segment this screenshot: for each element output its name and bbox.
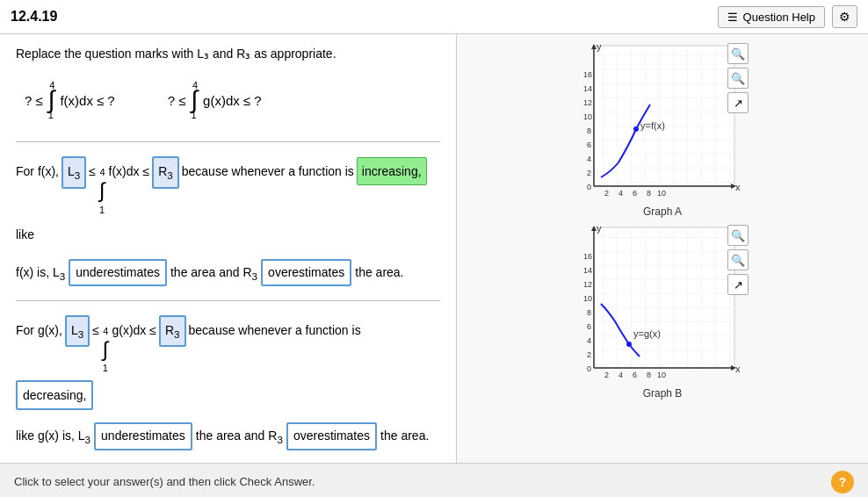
gx-integrand: g(x)dx [203,93,240,108]
gx-result-suffix: the area. [380,425,429,447]
svg-text:6: 6 [587,322,591,331]
fx-lower-bound: 1 [48,110,54,120]
svg-text:0: 0 [587,364,591,373]
svg-text:4: 4 [587,155,591,163]
svg-text:10: 10 [657,371,666,379]
gx-question-right: ≤ ? [243,93,262,108]
fx-L3-box[interactable]: L3 [61,156,86,188]
graph-b-container: y x 0 2 4 6 8 10 12 14 16 2 4 6 8 10 [575,223,750,400]
svg-rect-25 [594,227,734,368]
svg-text:10: 10 [583,294,592,303]
svg-text:4: 4 [618,371,623,379]
svg-text:14: 14 [583,84,592,93]
divider-2 [16,300,440,301]
svg-text:2: 2 [604,371,609,379]
svg-text:4: 4 [618,189,623,198]
svg-text:8: 8 [587,126,591,135]
fx-result-suffix: the area. [355,262,403,284]
fx-integral-symbol: ∫ [48,90,55,110]
svg-text:6: 6 [633,189,637,198]
svg-text:8: 8 [587,308,591,317]
gx-lower-bound: 1 [191,110,196,120]
svg-text:6: 6 [587,140,591,149]
for-fx-integrand: f(x)dx ≤ [109,159,150,184]
fx-question-left: ? ≤ [25,93,43,108]
svg-rect-1 [594,46,734,186]
gx-overestimates-box[interactable]: overestimates [286,422,377,450]
for-fx-leq1: ≤ [89,159,96,184]
gx-result-prefix: like g(x) is, L3 [16,425,90,449]
svg-text:10: 10 [583,112,592,121]
gx-answer-decreasing[interactable]: decreasing, [16,380,93,410]
graph-b-title: Graph B [643,387,683,400]
top-right-controls: ☰ Question Help ⚙ [718,5,857,28]
svg-point-22 [633,126,639,132]
right-panel: y x 0 2 4 6 8 10 12 14 16 2 4 6 8 10 [457,34,868,463]
graph-a-svg: y x 0 2 4 6 8 10 12 14 16 2 4 6 8 10 [575,41,750,204]
for-gx-line: For g(x), L3 ≤ 4 ∫ 1 g(x)dx ≤ R3 because… [16,315,440,410]
question-help-button[interactable]: ☰ Question Help [718,6,825,28]
svg-text:y=f(x): y=f(x) [640,120,665,131]
graph-b-svg: y x 0 2 4 6 8 10 12 14 16 2 4 6 8 10 [575,223,750,385]
graph-b-zoom-out[interactable]: 🔍 [727,249,749,270]
list-icon: ☰ [727,11,738,24]
fx-integrand: f(x)dx [60,93,93,108]
graph-a-expand[interactable]: ↗ [727,92,749,113]
gx-integral-symbol: ∫ [191,90,198,110]
graph-a-zoom-out[interactable]: 🔍 [727,68,749,89]
left-panel: Replace the question marks with L₃ and R… [0,34,457,463]
gx-result-line: like g(x) is, L3 underestimates the area… [16,422,440,450]
gx-L3-box[interactable]: L3 [65,315,90,347]
svg-text:2: 2 [587,169,591,177]
help-button[interactable]: ? [831,471,854,493]
integrals-row: ? ≤ 4 ∫ 1 f(x)dx ≤ ? ? ≤ 4 ∫ 1 g(x)dx ≤ … [25,80,440,120]
svg-text:10: 10 [657,189,666,198]
divider-1 [16,141,440,142]
graph-b-tools: 🔍 🔍 ↗ [727,225,749,295]
fx-answer-increasing[interactable]: increasing, [357,157,427,185]
svg-text:12: 12 [583,280,592,289]
svg-text:6: 6 [633,371,637,379]
footer-text: Click to select your answer(s) and then … [14,475,315,488]
for-fx-int-symbol: ∫ [99,182,105,199]
gx-question-left: ? ≤ [168,93,186,108]
svg-text:x: x [735,182,741,192]
gx-underestimates-box[interactable]: underestimates [94,422,192,450]
svg-text:4: 4 [587,336,591,345]
svg-text:14: 14 [583,266,592,275]
gx-integral-expression: ? ≤ 4 ∫ 1 g(x)dx ≤ ? [168,80,262,120]
svg-point-46 [626,342,632,347]
for-gx-leq1: ≤ [92,318,99,342]
fx-R3-box[interactable]: R3 [152,156,179,188]
gear-icon: ⚙ [839,10,850,24]
gx-result-middle: the area and R3 [196,425,283,449]
fx-underestimates-box[interactable]: underestimates [69,259,167,286]
svg-text:16: 16 [583,70,592,79]
graph-b-expand[interactable]: ↗ [727,274,749,295]
graph-a-zoom-in[interactable]: 🔍 [727,43,749,64]
svg-text:y: y [597,223,602,234]
graph-a-tools: 🔍 🔍 ↗ [727,43,749,113]
graph-a-container: y x 0 2 4 6 8 10 12 14 16 2 4 6 8 10 [575,41,750,218]
svg-text:2: 2 [604,189,609,198]
fx-question-right: ≤ ? [97,93,115,108]
section-number: 12.4.19 [11,9,57,25]
fx-result-line: f(x) is, L3 underestimates the area and … [16,259,440,286]
svg-text:y=g(x): y=g(x) [633,328,661,339]
for-gx-integrand: g(x)dx ≤ [112,318,156,342]
gear-settings-button[interactable]: ⚙ [832,5,857,28]
fx-integral-expression: ? ≤ 4 ∫ 1 f(x)dx ≤ ? [25,80,115,120]
graph-b-zoom-in[interactable]: 🔍 [727,225,749,246]
for-gx-because: because whenever a function is [189,318,361,342]
for-fx-because: because whenever a function is [182,159,354,184]
fx-overestimates-box[interactable]: overestimates [261,259,351,286]
gx-R3-box[interactable]: R3 [159,315,186,347]
svg-text:12: 12 [583,98,592,107]
for-gx-lower: 1 [103,358,108,378]
svg-text:8: 8 [647,189,651,198]
for-gx-label: For g(x), [16,318,62,342]
top-bar: 12.4.19 ☰ Question Help ⚙ [0,0,868,34]
svg-text:16: 16 [583,252,592,261]
svg-text:y: y [597,41,602,52]
footer-bar: Click to select your answer(s) and then … [0,463,868,497]
